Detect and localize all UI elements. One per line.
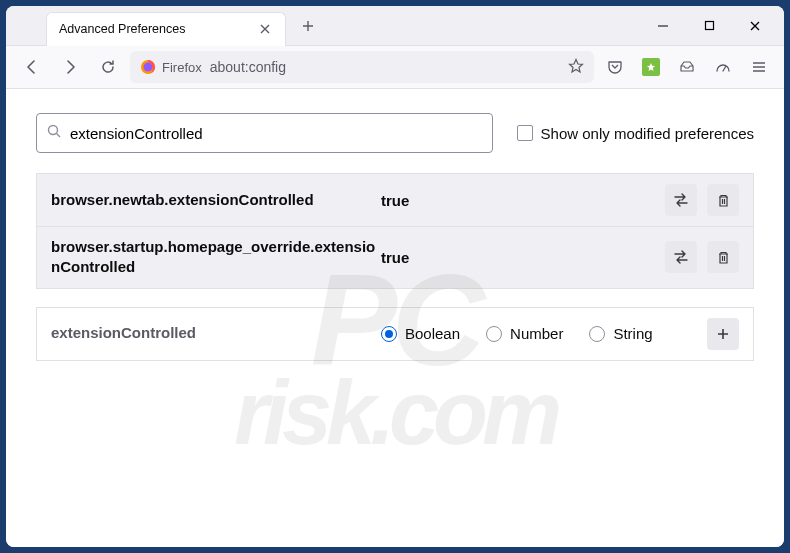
pocket-button[interactable] (600, 52, 630, 82)
firefox-logo-icon (140, 59, 156, 75)
type-boolean-radio[interactable]: Boolean (381, 325, 460, 342)
type-selector: Boolean Number String (381, 325, 707, 342)
pref-value: true (381, 192, 441, 209)
browser-window: Advanced Preferences (6, 6, 784, 547)
search-icon (47, 124, 62, 142)
identity-label: Firefox (162, 60, 202, 75)
watermark-line2: risk.com (234, 375, 556, 452)
close-tab-button[interactable] (257, 21, 273, 37)
dashboard-button[interactable] (708, 52, 738, 82)
titlebar: Advanced Preferences (6, 6, 784, 46)
add-button[interactable] (707, 318, 739, 350)
type-number-radio[interactable]: Number (486, 325, 563, 342)
search-box[interactable] (36, 113, 493, 153)
radio-label: Boolean (405, 325, 460, 342)
radio-icon (589, 326, 605, 342)
nav-toolbar: Firefox about:config (6, 46, 784, 89)
inbox-button[interactable] (672, 52, 702, 82)
radio-icon (381, 326, 397, 342)
app-menu-button[interactable] (744, 52, 774, 82)
content-area: Show only modified preferences browser.n… (6, 89, 784, 547)
site-identity[interactable]: Firefox (140, 59, 202, 75)
reload-button[interactable] (92, 51, 124, 83)
bookmark-star-button[interactable] (568, 58, 584, 77)
address-bar[interactable]: Firefox about:config (130, 51, 594, 83)
pref-name: browser.startup.homepage_override.extens… (51, 237, 381, 278)
url-text[interactable]: about:config (210, 59, 560, 75)
type-string-radio[interactable]: String (589, 325, 652, 342)
toggle-button[interactable] (665, 184, 697, 216)
checkbox-label: Show only modified preferences (541, 125, 754, 142)
new-pref-name: extensionControlled (51, 323, 381, 343)
preferences-table: browser.newtab.extensionControlled true … (36, 173, 754, 289)
checkbox-icon (517, 125, 533, 141)
new-pref-section: extensionControlled Boolean Number Strin… (36, 307, 754, 361)
tab-title: Advanced Preferences (59, 22, 257, 36)
window-controls (642, 11, 784, 41)
pref-name: browser.newtab.extensionControlled (51, 190, 381, 210)
pref-row: browser.newtab.extensionControlled true (37, 174, 753, 226)
pref-row: browser.startup.homepage_override.extens… (37, 226, 753, 288)
forward-button[interactable] (54, 51, 86, 83)
search-input[interactable] (70, 125, 482, 142)
new-tab-button[interactable] (294, 12, 322, 40)
close-window-button[interactable] (734, 11, 776, 41)
browser-tab[interactable]: Advanced Preferences (46, 12, 286, 46)
show-modified-checkbox[interactable]: Show only modified preferences (517, 125, 754, 142)
delete-button[interactable] (707, 184, 739, 216)
extension-button[interactable] (636, 52, 666, 82)
search-row: Show only modified preferences (36, 113, 754, 153)
minimize-button[interactable] (642, 11, 684, 41)
svg-rect-0 (705, 22, 713, 30)
toggle-button[interactable] (665, 241, 697, 273)
radio-icon (486, 326, 502, 342)
radio-label: Number (510, 325, 563, 342)
back-button[interactable] (16, 51, 48, 83)
pref-value: true (381, 249, 441, 266)
svg-point-3 (49, 126, 58, 135)
radio-label: String (613, 325, 652, 342)
extension-icon (642, 58, 660, 76)
delete-button[interactable] (707, 241, 739, 273)
new-pref-row: extensionControlled Boolean Number Strin… (37, 308, 753, 360)
maximize-button[interactable] (688, 11, 730, 41)
